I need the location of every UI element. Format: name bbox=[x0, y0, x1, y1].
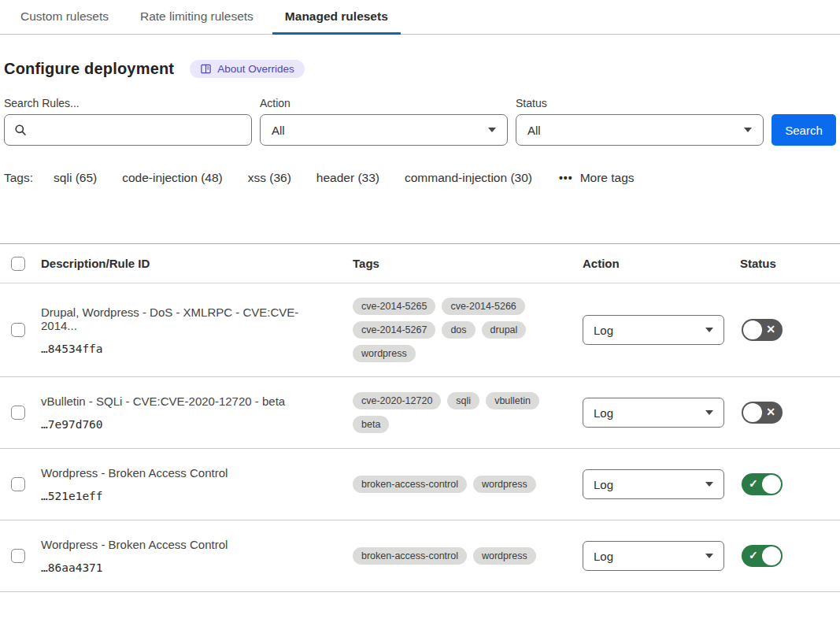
action-filter-select[interactable]: All bbox=[260, 114, 508, 146]
tab-managed-rulesets[interactable]: Managed rulesets bbox=[272, 0, 401, 35]
ruleset-tabs: Custom rulesets Rate limiting rulesets M… bbox=[0, 0, 840, 35]
row-rule-id: …86aa4371 bbox=[41, 561, 334, 574]
row-rule-id: …521e1eff bbox=[41, 490, 334, 502]
row-checkbox[interactable] bbox=[11, 323, 25, 337]
chevron-down-icon bbox=[705, 410, 713, 415]
status-toggle[interactable]: ✓ bbox=[742, 473, 783, 495]
toggle-glyph: ✓ bbox=[749, 473, 758, 495]
tag-pill: sqli bbox=[447, 392, 479, 409]
search-input[interactable] bbox=[4, 114, 252, 146]
toggle-knob bbox=[762, 546, 781, 565]
column-description-rule-id: Description/Rule ID bbox=[41, 257, 353, 270]
action-filter-value: All bbox=[272, 124, 285, 137]
toggle-glyph: ✕ bbox=[766, 402, 775, 424]
row-action-select[interactable]: Log bbox=[583, 398, 724, 428]
more-tags-button[interactable]: ••• More tags bbox=[559, 171, 635, 185]
chevron-down-icon bbox=[488, 128, 496, 132]
tag-filter-link[interactable]: header (33) bbox=[316, 171, 379, 185]
tag-pill: wordpress bbox=[473, 476, 536, 493]
rules-table: Description/Rule ID Tags Action Status D… bbox=[0, 243, 840, 592]
tag-pill: broken-access-control bbox=[353, 476, 467, 493]
action-filter-field: Action All bbox=[260, 97, 508, 146]
toggle-knob bbox=[743, 320, 762, 339]
tag-pill: vbulletin bbox=[486, 392, 539, 409]
chevron-down-icon bbox=[705, 554, 713, 558]
ellipsis-icon: ••• bbox=[559, 172, 573, 184]
status-filter-label: Status bbox=[516, 97, 764, 109]
tags-bar-label: Tags: bbox=[4, 171, 33, 185]
row-rule-id: …7e97d760 bbox=[41, 418, 334, 431]
table-header-row: Description/Rule ID Tags Action Status bbox=[0, 244, 840, 283]
table-row: Drupal, Wordpress - DoS - XMLRPC - CVE:C… bbox=[0, 283, 840, 377]
row-tags: broken-access-controlwordpress bbox=[353, 461, 583, 507]
tag-pill: wordpress bbox=[473, 547, 536, 565]
row-action-select[interactable]: Log bbox=[583, 541, 724, 571]
tag-pill: cve-2014-5267 bbox=[353, 321, 435, 339]
about-overrides-badge[interactable]: About Overrides bbox=[190, 60, 305, 78]
tab-custom-rulesets[interactable]: Custom rulesets bbox=[8, 0, 121, 35]
search-button[interactable]: Search bbox=[772, 114, 836, 146]
tag-pill: drupal bbox=[482, 321, 527, 339]
row-description: vBulletin - SQLi - CVE:CVE-2020-12720 - … bbox=[41, 394, 334, 408]
tag-pill: cve-2014-5266 bbox=[442, 298, 524, 315]
heading-row: Configure deployment About Overrides bbox=[4, 60, 836, 78]
status-toggle[interactable]: ✕ bbox=[742, 319, 783, 341]
tags-bar: Tags: sqli (65)code-injection (48)xss (3… bbox=[4, 171, 836, 185]
row-tags: cve-2020-12720sqlivbulletinbeta bbox=[353, 378, 583, 447]
column-status: Status bbox=[740, 257, 840, 270]
page-title: Configure deployment bbox=[4, 60, 174, 78]
status-filter-value: All bbox=[527, 124, 541, 137]
search-label: Search Rules... bbox=[4, 97, 252, 109]
row-action-value: Log bbox=[594, 550, 613, 563]
row-checkbox[interactable] bbox=[11, 549, 25, 563]
toggle-knob bbox=[743, 403, 762, 422]
row-action-select[interactable]: Log bbox=[583, 469, 724, 499]
row-tags: broken-access-controlwordpress bbox=[353, 533, 583, 579]
filters-bar: Search Rules... Action All Status All bbox=[4, 97, 836, 146]
toggle-glyph: ✕ bbox=[766, 319, 775, 341]
row-description: Drupal, Wordpress - DoS - XMLRPC - CVE:C… bbox=[41, 306, 334, 332]
row-tags: cve-2014-5265cve-2014-5266cve-2014-5267d… bbox=[353, 283, 583, 376]
row-action-value: Log bbox=[594, 324, 613, 337]
tag-pill: cve-2020-12720 bbox=[353, 392, 441, 409]
chevron-down-icon bbox=[744, 128, 752, 132]
tag-filter-link[interactable]: xss (36) bbox=[248, 171, 291, 185]
toggle-knob bbox=[762, 475, 781, 494]
row-rule-id: …84534ffa bbox=[41, 343, 334, 355]
tag-filter-link[interactable]: code-injection (48) bbox=[122, 171, 223, 185]
status-toggle[interactable]: ✕ bbox=[742, 402, 783, 424]
search-field: Search Rules... bbox=[4, 97, 252, 146]
row-description: Wordpress - Broken Access Control bbox=[41, 466, 334, 480]
row-checkbox[interactable] bbox=[11, 477, 25, 491]
tag-filter-link[interactable]: command-injection (30) bbox=[405, 171, 532, 185]
about-overrides-label: About Overrides bbox=[217, 63, 294, 75]
tag-filter-link[interactable]: sqli (65) bbox=[54, 171, 97, 185]
column-tags: Tags bbox=[353, 257, 583, 270]
row-action-select[interactable]: Log bbox=[583, 315, 724, 345]
tag-pill: wordpress bbox=[353, 345, 416, 362]
status-filter-select[interactable]: All bbox=[516, 114, 764, 146]
tag-pill: dos bbox=[442, 321, 475, 339]
table-row: vBulletin - SQLi - CVE:CVE-2020-12720 - … bbox=[0, 377, 840, 449]
table-row: Wordpress - Broken Access Control …521e1… bbox=[0, 449, 840, 520]
status-toggle[interactable]: ✓ bbox=[742, 545, 783, 567]
action-filter-label: Action bbox=[260, 97, 508, 109]
table-row: Wordpress - Broken Access Control …86aa4… bbox=[0, 520, 840, 592]
row-action-value: Log bbox=[594, 406, 613, 420]
row-checkbox[interactable] bbox=[11, 406, 25, 420]
row-description: Wordpress - Broken Access Control bbox=[41, 538, 334, 551]
tag-pill: beta bbox=[353, 416, 389, 433]
tags-list: sqli (65)code-injection (48)xss (36)head… bbox=[54, 171, 532, 185]
more-tags-label: More tags bbox=[580, 171, 635, 185]
tab-rate-limiting-rulesets[interactable]: Rate limiting rulesets bbox=[128, 0, 266, 35]
tag-pill: broken-access-control bbox=[353, 547, 467, 565]
status-filter-field: Status All bbox=[516, 97, 764, 146]
select-all-checkbox[interactable] bbox=[11, 257, 25, 271]
toggle-glyph: ✓ bbox=[749, 545, 758, 567]
book-icon bbox=[200, 63, 212, 75]
table-body: Drupal, Wordpress - DoS - XMLRPC - CVE:C… bbox=[0, 283, 840, 592]
search-icon bbox=[14, 124, 27, 136]
tag-pill: cve-2014-5265 bbox=[353, 298, 435, 315]
row-action-value: Log bbox=[594, 478, 613, 491]
chevron-down-icon bbox=[705, 482, 713, 487]
